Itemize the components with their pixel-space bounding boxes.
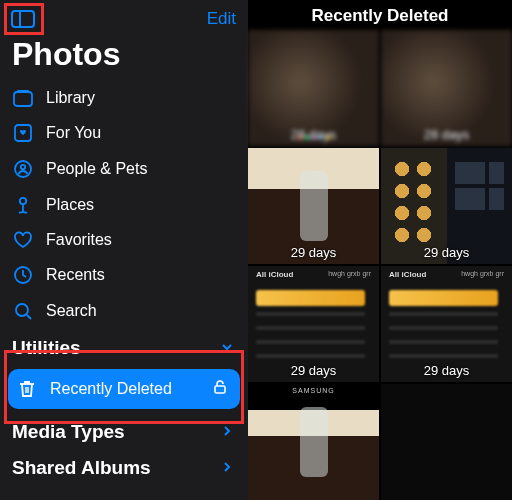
- sidebar-item-people-pets[interactable]: People & Pets: [0, 151, 248, 187]
- sidebar-item-for-you[interactable]: For You: [0, 115, 248, 151]
- sidebar-item-label: Places: [46, 196, 94, 214]
- grid-item[interactable]: 29 days: [248, 148, 379, 264]
- grid-item[interactable]: 28 days: [248, 30, 379, 146]
- clock-icon: [12, 265, 34, 285]
- chevron-right-icon: [218, 457, 236, 479]
- search-icon: [12, 301, 34, 321]
- svg-rect-2: [14, 92, 32, 106]
- photo-grid: 28 days 28 days 29 days 29 days hwgh grx…: [248, 30, 512, 500]
- section-label: Media Types: [12, 421, 125, 443]
- days-remaining: 28 days: [291, 127, 337, 142]
- svg-rect-10: [215, 386, 225, 393]
- app-title: Photos: [0, 36, 248, 81]
- sidebar-item-label: Recents: [46, 266, 105, 284]
- section-label: Shared Albums: [12, 457, 151, 479]
- edit-button[interactable]: Edit: [207, 9, 236, 29]
- sidebar-item-library[interactable]: Library: [0, 81, 248, 115]
- svg-rect-3: [17, 90, 29, 92]
- days-remaining: 29 days: [424, 363, 470, 378]
- for-you-icon: [12, 123, 34, 143]
- brand-label: SAMSUNG: [292, 387, 334, 394]
- days-remaining: 29 days: [291, 245, 337, 260]
- grid-item[interactable]: 29 days: [381, 148, 512, 264]
- sidebar-item-label: Recently Deleted: [50, 380, 172, 398]
- chevron-down-icon: [218, 337, 236, 359]
- trash-icon: [16, 379, 38, 399]
- sidebar-topbar: Edit: [0, 6, 248, 36]
- sidebar-item-label: Library: [46, 89, 95, 107]
- days-remaining: 28 days: [424, 127, 470, 142]
- grid-item[interactable]: [381, 384, 512, 500]
- people-icon: [12, 159, 34, 179]
- heart-icon: [12, 231, 34, 249]
- unlock-icon: [212, 379, 228, 399]
- sidebar-item-recently-deleted[interactable]: Recently Deleted: [8, 369, 240, 409]
- chevron-right-icon: [218, 421, 236, 443]
- days-remaining: 29 days: [424, 245, 470, 260]
- toggle-sidebar-button[interactable]: [8, 6, 38, 32]
- sidebar-item-recents[interactable]: Recents: [0, 257, 248, 293]
- svg-point-9: [16, 304, 28, 316]
- sidebar: Edit Photos Library For You People & Pet…: [0, 0, 248, 500]
- places-icon: [12, 195, 34, 215]
- page-title: Recently Deleted: [248, 0, 512, 30]
- grid-item[interactable]: hwgh grxb grr 29 days: [248, 266, 379, 382]
- svg-rect-0: [12, 11, 34, 27]
- sidebar-item-label: People & Pets: [46, 160, 147, 178]
- section-media-types[interactable]: Media Types: [0, 413, 248, 449]
- section-utilities[interactable]: Utilities: [0, 329, 248, 365]
- main-content: Recently Deleted 28 days 28 days 29 days…: [248, 0, 512, 500]
- section-label: Utilities: [12, 337, 81, 359]
- grid-subtitle: hwgh grxb grr: [328, 270, 371, 277]
- days-remaining: 29 days: [291, 363, 337, 378]
- grid-item[interactable]: 28 days: [381, 30, 512, 146]
- library-icon: [12, 89, 34, 107]
- sidebar-item-label: Search: [46, 302, 97, 320]
- sidebar-item-label: Favorites: [46, 231, 112, 249]
- sidebar-item-favorites[interactable]: Favorites: [0, 223, 248, 257]
- svg-point-6: [21, 165, 25, 169]
- grid-subtitle: hwgh grxb grr: [461, 270, 504, 277]
- sidebar-item-places[interactable]: Places: [0, 187, 248, 223]
- sidebar-item-label: For You: [46, 124, 101, 142]
- sidebar-item-search[interactable]: Search: [0, 293, 248, 329]
- section-shared-albums[interactable]: Shared Albums: [0, 449, 248, 485]
- svg-point-7: [20, 198, 26, 204]
- grid-item[interactable]: SAMSUNG: [248, 384, 379, 500]
- grid-item[interactable]: hwgh grxb grr 29 days: [381, 266, 512, 382]
